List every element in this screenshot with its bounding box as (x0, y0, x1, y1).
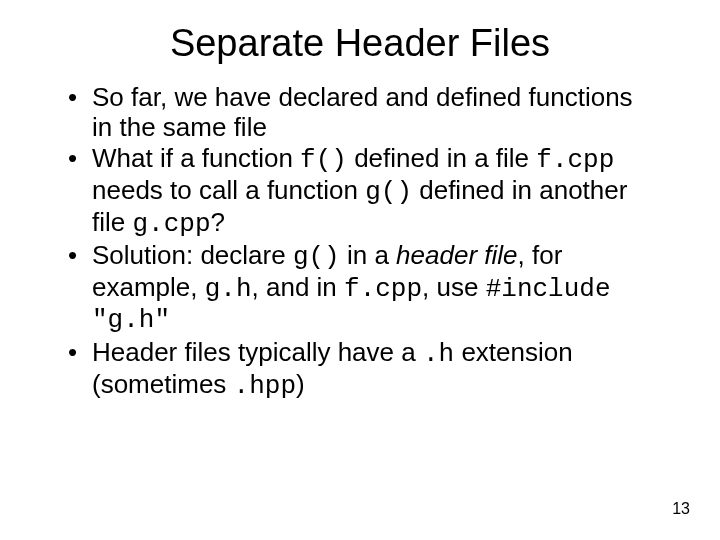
slide-body: So far, we have declared and defined fun… (0, 83, 720, 401)
text: What if a function (92, 143, 300, 173)
code: f.cpp (344, 274, 422, 304)
text: needs to call a function (92, 175, 365, 205)
code: g() (365, 177, 412, 207)
text: ? (210, 207, 224, 237)
code: g() (293, 242, 340, 272)
code: g.cpp (132, 209, 210, 239)
code: f() (300, 145, 347, 175)
slide: Separate Header Files So far, we have de… (0, 0, 720, 540)
text: , and in (252, 272, 345, 302)
code: .h (423, 339, 454, 369)
text: ) (296, 369, 305, 399)
list-item: So far, we have declared and defined fun… (92, 83, 658, 142)
bullet-list: So far, we have declared and defined fun… (92, 83, 658, 401)
text: Header files typically have a (92, 337, 423, 367)
italic-text: header file (396, 240, 517, 270)
text: defined in a file (347, 143, 536, 173)
list-item: Header files typically have a .h extensi… (92, 338, 658, 401)
text: So far, we have declared and defined fun… (92, 82, 633, 142)
text: in a (340, 240, 396, 270)
code: f.cpp (536, 145, 614, 175)
text: Solution: declare (92, 240, 293, 270)
list-item: What if a function f() defined in a file… (92, 144, 658, 239)
code: g.h (205, 274, 252, 304)
page-number: 13 (672, 500, 690, 518)
code: .hpp (234, 371, 296, 401)
list-item: Solution: declare g() in a header file, … (92, 241, 658, 336)
slide-title: Separate Header Files (0, 0, 720, 83)
text: , use (422, 272, 486, 302)
